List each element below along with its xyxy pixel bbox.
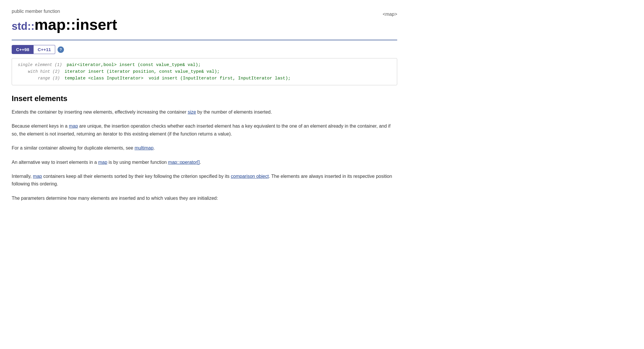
title-main: map::insert [34,16,117,33]
link-comparison-object[interactable]: comparison object [231,174,269,179]
link-size[interactable]: size [188,110,196,114]
code-row-2: with hint (2) iterator insert (iterator … [18,69,391,74]
code-row-3: range (3) template <class InputIterator>… [18,76,391,81]
code-row-1: single element (1) pair<iterator,bool> i… [18,62,391,67]
link-map-3[interactable]: map [33,174,42,179]
code-label-3: range (3) [18,76,65,81]
blue-divider [12,40,397,40]
paragraph-1: Extends the container by inserting new e… [12,108,397,116]
code-label-1: single element (1) [18,62,67,67]
tab-cpp11[interactable]: C++11 [34,45,55,54]
header-meta: <map> [383,9,397,17]
code-content-1: pair<iterator,bool> insert (const value_… [67,62,201,67]
help-icon[interactable]: ? [58,46,64,53]
page-title: std::map::insert [12,16,117,33]
paragraph-3: For a similar container allowing for dup… [12,144,397,152]
code-label-2: with hint (2) [18,69,65,74]
code-content-2: iterator insert (iterator position, cons… [65,69,220,74]
tab-cpp98[interactable]: C++98 [12,45,34,54]
link-multimap[interactable]: multimap [135,145,154,150]
paragraph-4: An alternative way to insert elements in… [12,159,397,166]
member-type-label: public member function [12,9,117,14]
paragraph-2: Because element keys in a map are unique… [12,122,397,138]
section-heading: Insert elements [12,94,397,103]
tabs-container: C++98 C++11 ? [12,45,397,54]
paragraph-6: The parameters determine how many elemen… [12,195,397,202]
code-box: single element (1) pair<iterator,bool> i… [12,58,397,85]
title-prefix: std:: [12,20,34,32]
code-content-3: template <class InputIterator> void inse… [65,76,291,81]
paragraph-5: Internally, map containers keep all thei… [12,173,397,188]
link-map-1[interactable]: map [69,124,78,129]
link-map-operator[interactable]: map::operator[] [168,160,200,165]
header-section: public member function std::map::insert … [12,9,397,40]
link-map-2[interactable]: map [98,160,107,165]
